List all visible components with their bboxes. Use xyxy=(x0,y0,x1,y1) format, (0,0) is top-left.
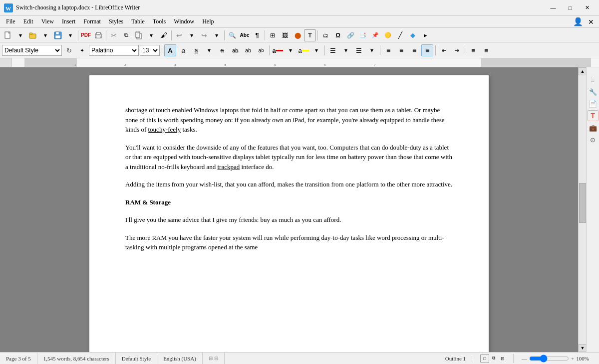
insert-hyperlink-button[interactable]: 🔗 xyxy=(344,29,356,41)
insert-header-button[interactable]: 🟡 xyxy=(382,29,394,41)
ruler-content: 1 2 3 4 5 6 7 xyxy=(24,58,591,67)
maximize-button[interactable]: □ xyxy=(562,2,578,13)
menu-edit[interactable]: Edit xyxy=(19,17,37,26)
underline-touchy-feely: touchy-feely xyxy=(148,126,181,133)
close-toolbar-button[interactable]: ✕ xyxy=(585,16,597,28)
highlight-button[interactable]: a xyxy=(298,44,309,56)
page-style-side-button[interactable]: 🔧 xyxy=(588,86,599,97)
paragraph-style-select[interactable]: Default Style Heading 1 Heading 2 xyxy=(2,45,62,56)
new-style-button[interactable]: ✦ xyxy=(76,44,88,56)
menu-view[interactable]: View xyxy=(37,17,58,26)
list-ordered-button[interactable]: ☰ xyxy=(353,44,365,56)
menu-styles[interactable]: Styles xyxy=(105,17,127,26)
find-side-button[interactable]: ⊙ xyxy=(588,134,599,145)
scroll-thumb[interactable] xyxy=(579,183,586,223)
menu-bar: File Edit View Insert Format Styles Tabl… xyxy=(0,16,599,28)
list-unordered-dropdown-button[interactable]: ▾ xyxy=(340,44,352,56)
clone-format-button[interactable]: 🖌 xyxy=(158,29,170,41)
bold-button[interactable]: A xyxy=(164,44,176,56)
strikethrough-button[interactable]: a xyxy=(216,44,228,56)
highlight-dropdown-button[interactable]: ▾ xyxy=(310,44,322,56)
scroll-track[interactable] xyxy=(579,75,586,344)
indent-more-button[interactable]: ⇥ xyxy=(451,44,463,56)
insert-bookmark-button[interactable]: 📌 xyxy=(369,29,381,41)
multi-page-view-button[interactable]: ⧉ xyxy=(489,354,498,363)
align-left-button[interactable]: ≡ xyxy=(382,44,394,56)
underline-button[interactable]: a xyxy=(190,44,202,56)
align-justify-button[interactable]: ≡ xyxy=(421,44,433,56)
font-size-select[interactable]: 13 10 12 14 xyxy=(140,45,160,56)
scroll-down-button[interactable]: ▼ xyxy=(579,344,587,352)
menu-table[interactable]: Table xyxy=(127,17,148,26)
zoom-slider[interactable] xyxy=(529,355,569,362)
nonprinting-chars-button[interactable]: ¶ xyxy=(251,29,263,41)
extension-manager-button[interactable]: 👤 xyxy=(573,17,583,27)
menu-tools[interactable]: Tools xyxy=(149,17,170,26)
insert-image-button[interactable]: 🖼 xyxy=(279,29,291,41)
draw-shape-button[interactable]: ◆ xyxy=(407,29,419,41)
paste-dropdown-button[interactable]: ▾ xyxy=(145,29,157,41)
draw-line-button[interactable]: ╱ xyxy=(394,29,406,41)
navigator-button[interactable]: 🗂 xyxy=(319,29,331,41)
scroll-up-button[interactable]: ▲ xyxy=(579,67,587,75)
paste-button[interactable] xyxy=(133,29,145,41)
para-spacing-button[interactable]: ≡ xyxy=(480,44,492,56)
insert-note-button[interactable]: 📑 xyxy=(357,29,369,41)
menu-help[interactable]: Help xyxy=(198,17,218,26)
more-tools-button[interactable]: ▸ xyxy=(419,29,431,41)
list-ordered-dropdown-button[interactable]: ▾ xyxy=(366,44,378,56)
navigator-side-button[interactable]: ≡ xyxy=(588,74,599,85)
cut-button[interactable]: ✂ xyxy=(108,29,120,41)
superscript-button[interactable]: ab xyxy=(242,44,254,56)
align-center-button[interactable]: ≡ xyxy=(395,44,407,56)
update-style-button[interactable]: ↻ xyxy=(63,44,75,56)
insert-table-button[interactable]: ⊞ xyxy=(267,29,279,41)
menu-window[interactable]: Window xyxy=(170,17,198,26)
book-view-button[interactable]: ⊟ xyxy=(498,354,507,363)
paragraph-6: The more RAM you have the faster your sy… xyxy=(125,233,453,252)
toolbar-separator-6 xyxy=(317,30,318,40)
menu-insert[interactable]: Insert xyxy=(58,17,79,26)
underline-dropdown-button[interactable]: ▾ xyxy=(203,44,215,56)
font-color-dropdown-button[interactable]: ▾ xyxy=(285,44,297,56)
svg-rect-7 xyxy=(56,32,59,34)
export-pdf-button[interactable]: PDF xyxy=(80,29,92,41)
menu-file[interactable]: File xyxy=(2,17,19,26)
indent-less-button[interactable]: ⇤ xyxy=(438,44,450,56)
open-dropdown-button[interactable]: ▾ xyxy=(39,29,51,41)
linespacing-button[interactable]: ≡ xyxy=(467,44,479,56)
menu-format[interactable]: Format xyxy=(79,17,105,26)
undo-button[interactable]: ↩ xyxy=(173,29,185,41)
font-color-button[interactable]: a xyxy=(272,44,284,56)
svg-rect-11 xyxy=(96,36,100,38)
list-unordered-button[interactable]: ☰ xyxy=(327,44,339,56)
redo-button[interactable]: ↪ xyxy=(198,29,210,41)
copy-button[interactable]: ⧉ xyxy=(120,29,132,41)
properties-side-button[interactable]: 📄 xyxy=(588,98,599,109)
undo-dropdown-button[interactable]: ▾ xyxy=(186,29,198,41)
open-button[interactable] xyxy=(27,29,39,41)
print-button[interactable] xyxy=(92,29,104,41)
subscript-button[interactable]: ab xyxy=(255,44,267,56)
save-dropdown-button[interactable]: ▾ xyxy=(64,29,76,41)
font-name-select[interactable]: Palatino Arial Times New Roman xyxy=(89,45,139,56)
document-area[interactable]: shortage of touch enabled Windows laptop… xyxy=(0,67,578,352)
spellcheck-button[interactable]: Abc xyxy=(239,29,251,41)
insert-chart-button[interactable]: ⬤ xyxy=(292,29,303,41)
redo-dropdown-button[interactable]: ▾ xyxy=(211,29,223,41)
findreplace-button[interactable]: 🔍 xyxy=(226,29,238,41)
italic-button[interactable]: a xyxy=(177,44,189,56)
insert-textbox-button[interactable]: T xyxy=(304,29,316,41)
save-button[interactable] xyxy=(52,29,64,41)
new-button[interactable] xyxy=(2,29,14,41)
insert-special-char-button[interactable]: Ω xyxy=(332,29,344,41)
minimize-button[interactable]: — xyxy=(545,2,561,13)
shadow-button[interactable]: ab xyxy=(229,44,241,56)
svg-rect-14 xyxy=(137,31,139,33)
single-page-view-button[interactable]: □ xyxy=(480,354,489,363)
gallery-side-button[interactable]: 💼 xyxy=(588,122,599,133)
align-right-button[interactable]: ≡ xyxy=(408,44,420,56)
close-button[interactable]: ✕ xyxy=(579,2,595,13)
text-properties-side-button[interactable]: T xyxy=(588,110,599,121)
new-dropdown-button[interactable]: ▾ xyxy=(14,29,26,41)
